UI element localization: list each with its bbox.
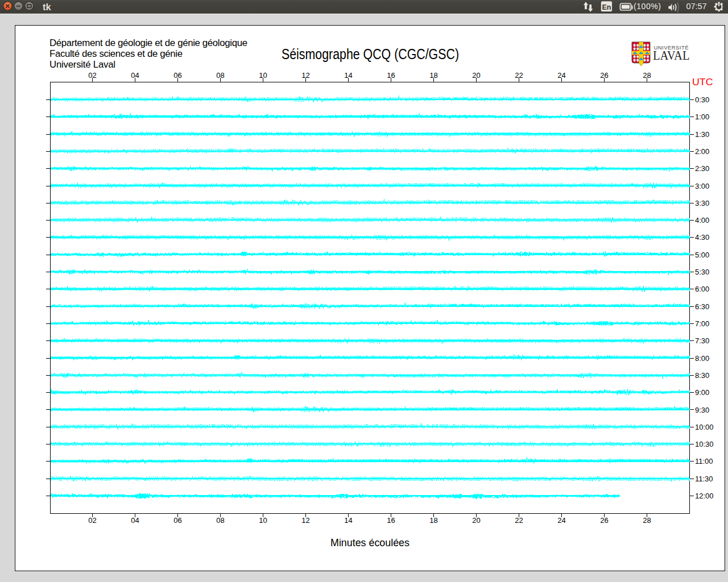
- svg-text:11:30: 11:30: [695, 475, 713, 483]
- svg-text:1:00: 1:00: [695, 113, 709, 121]
- svg-text:22: 22: [515, 516, 523, 525]
- svg-text:06: 06: [173, 71, 181, 80]
- svg-text:26: 26: [600, 516, 608, 525]
- svg-text:10: 10: [259, 516, 267, 525]
- svg-text:08: 08: [216, 71, 224, 80]
- svg-text:16: 16: [387, 71, 395, 80]
- svg-text:28: 28: [643, 516, 651, 525]
- svg-text:04: 04: [131, 71, 139, 80]
- svg-text:02: 02: [88, 71, 96, 80]
- svg-text:3:00: 3:00: [695, 182, 709, 190]
- svg-text:Université Laval: Université Laval: [49, 59, 115, 70]
- svg-text:06: 06: [173, 516, 181, 525]
- svg-text:4:30: 4:30: [695, 233, 709, 242]
- svg-text:12:00: 12:00: [695, 492, 714, 500]
- svg-text:7:00: 7:00: [695, 319, 709, 328]
- svg-text:6:30: 6:30: [695, 302, 709, 311]
- svg-text:11:00: 11:00: [695, 457, 713, 465]
- svg-text:18: 18: [429, 516, 437, 525]
- svg-text:5:00: 5:00: [695, 251, 709, 259]
- svg-text:UTC: UTC: [692, 77, 713, 88]
- svg-text:18: 18: [429, 71, 437, 80]
- svg-text:14: 14: [344, 71, 352, 80]
- svg-text:14: 14: [344, 516, 352, 525]
- svg-text:24: 24: [557, 516, 565, 525]
- svg-text:24: 24: [557, 71, 565, 80]
- svg-text:0:30: 0:30: [695, 95, 709, 104]
- svg-text:1:30: 1:30: [695, 130, 709, 139]
- svg-text:26: 26: [600, 71, 608, 80]
- svg-text:LAVAL: LAVAL: [653, 48, 690, 63]
- svg-text:2:00: 2:00: [695, 147, 709, 156]
- svg-text:16: 16: [387, 516, 395, 525]
- svg-text:10:00: 10:00: [695, 423, 714, 431]
- svg-text:10:30: 10:30: [695, 440, 714, 448]
- svg-text:08: 08: [216, 516, 224, 525]
- svg-text:8:30: 8:30: [695, 371, 709, 380]
- svg-text:Minutes écoulées: Minutes écoulées: [330, 537, 410, 548]
- svg-text:12: 12: [301, 71, 309, 80]
- svg-text:28: 28: [643, 71, 651, 80]
- svg-text:Département de géologie et de: Département de géologie et de génie géol…: [49, 38, 247, 48]
- svg-text:5:30: 5:30: [695, 268, 709, 276]
- svg-text:8:00: 8:00: [695, 354, 709, 363]
- svg-text:22: 22: [515, 71, 523, 80]
- svg-text:04: 04: [131, 516, 139, 525]
- svg-text:20: 20: [472, 516, 480, 525]
- svg-text:02: 02: [88, 516, 96, 525]
- svg-text:6:00: 6:00: [695, 285, 709, 293]
- svg-text:9:00: 9:00: [695, 388, 709, 397]
- svg-text:20: 20: [472, 71, 480, 80]
- svg-text:Séismographe QCQ (CGC/GSC): Séismographe QCQ (CGC/GSC): [282, 46, 459, 62]
- svg-text:9:30: 9:30: [695, 406, 709, 414]
- svg-text:10: 10: [259, 71, 267, 80]
- svg-text:3:30: 3:30: [695, 199, 709, 207]
- svg-text:4:00: 4:00: [695, 216, 709, 225]
- svg-text:Faculté des sciences et de gén: Faculté des sciences et de génie: [49, 48, 183, 59]
- svg-text:7:30: 7:30: [695, 336, 709, 345]
- svg-text:2:30: 2:30: [695, 164, 709, 173]
- svg-text:12: 12: [301, 516, 309, 525]
